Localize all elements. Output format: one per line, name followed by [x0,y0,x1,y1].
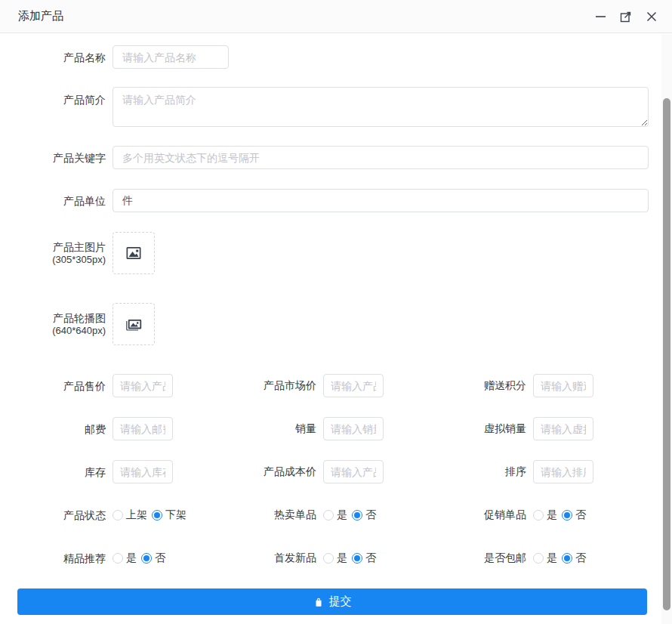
submit-button[interactable]: 提交 [17,588,647,615]
radio-label: 否 [365,551,376,565]
radio-no[interactable]: 否 [141,551,165,565]
virtual-sales-label: 虚拟销量 [384,422,526,436]
new-release-group: 是 否 [323,551,376,565]
sort-label: 排序 [384,465,526,479]
radio-label: 上架 [126,508,147,522]
product-status-group: 上架 下架 [113,508,186,522]
radio-circle [533,510,544,521]
radio-no[interactable]: 否 [352,551,376,565]
promo-item-group: 是 否 [533,508,586,522]
main-image-row: 产品主图片 (305*305px) [0,232,672,274]
close-icon [646,11,657,22]
stock-row: 库存 产品成本价 排序 [0,460,672,483]
gift-points-input[interactable] [533,374,593,397]
radio-no[interactable]: 否 [352,508,376,522]
product-unit-row: 产品单位 [0,189,672,212]
postage-row: 邮费 销量 虚拟销量 [0,417,672,440]
postage-label: 邮费 [0,423,106,435]
market-price-input[interactable] [323,374,384,397]
carousel-image-label-line1: 产品轮播图 [0,312,106,324]
featured-group: 是 否 [113,551,165,565]
radio-no[interactable]: 否 [562,551,586,565]
gift-points-label: 赠送积分 [384,379,526,393]
radio-circle [323,510,334,521]
product-name-input[interactable] [113,45,229,69]
product-status-label: 产品状态 [0,509,106,521]
radio-label: 是 [547,551,557,565]
close-button[interactable] [645,10,658,23]
virtual-sales-input[interactable] [533,417,593,440]
radio-yes[interactable]: 是 [533,551,557,565]
sale-price-label: 产品售价 [0,380,106,392]
radio-circle [562,553,572,564]
form-area: 产品名称 产品简介 产品关键字 产品单位 产品主图片 (305*305px) [0,34,672,624]
featured-label: 精品推荐 [0,552,106,564]
titlebar: 添加产品 [0,0,672,33]
radio-label: 是 [337,508,347,522]
product-name-row: 产品名称 [0,45,672,69]
radio-circle [323,553,334,564]
product-keywords-input[interactable] [113,146,649,169]
sales-input[interactable] [323,417,384,440]
sort-input[interactable] [533,460,593,483]
postage-input[interactable] [113,417,173,440]
stock-input[interactable] [113,460,173,483]
radio-yes[interactable]: 是 [533,508,557,522]
submit-label: 提交 [329,595,352,609]
radio-label: 否 [365,508,376,522]
radio-off-shelf[interactable]: 下架 [152,508,186,522]
radio-yes[interactable]: 是 [323,508,347,522]
product-name-label: 产品名称 [0,51,106,63]
radio-circle [152,510,162,521]
radio-label: 是 [337,551,347,565]
product-keywords-row: 产品关键字 [0,146,672,169]
radio-no[interactable]: 否 [562,508,586,522]
radio-yes[interactable]: 是 [323,551,347,565]
cost-price-input[interactable] [323,460,384,483]
main-image-label-line1: 产品主图片 [0,241,106,253]
radio-label: 是 [547,508,557,522]
main-image-label: 产品主图片 (305*305px) [0,241,106,266]
product-keywords-label: 产品关键字 [0,152,106,164]
window-controls [593,10,658,23]
submit-bag-icon [313,597,324,607]
radio-circle [533,553,544,564]
promo-item-label: 促销单品 [376,508,526,522]
carousel-image-label-line2: (640*640px) [52,325,106,336]
sale-price-input[interactable] [113,374,173,397]
minimize-button[interactable] [593,10,607,23]
main-image-upload[interactable] [113,232,155,274]
product-unit-input[interactable] [113,189,649,212]
radio-label: 否 [155,551,165,565]
carousel-image-label: 产品轮播图 (640*640px) [0,312,106,337]
radio-circle [113,553,123,564]
product-intro-label: 产品简介 [0,87,106,106]
radio-circle [113,510,123,521]
market-price-label: 产品市场价 [173,379,316,393]
image-icon [125,244,143,262]
price-row: 产品售价 产品市场价 赠送积分 [0,374,672,397]
hot-item-group: 是 否 [323,508,376,522]
images-icon [125,315,143,333]
radio-yes[interactable]: 是 [113,551,137,565]
free-shipping-label: 是否包邮 [376,551,526,565]
maximize-button[interactable] [619,10,633,23]
sales-label: 销量 [173,422,316,436]
radio-circle [562,510,572,521]
add-product-dialog: 添加产品 产品名称 产品简介 产品关键字 [0,0,672,624]
product-intro-textarea[interactable] [113,87,649,127]
carousel-image-row: 产品轮播图 (640*640px) [0,303,672,345]
scrollbar-thumb[interactable] [663,98,670,610]
radio-circle [352,553,362,564]
radio-on-shelf[interactable]: 上架 [113,508,147,522]
carousel-image-upload[interactable] [113,303,155,345]
featured-radio-row: 精品推荐 是 否 首发新品 是 否 是否包邮 是 否 [0,546,672,570]
free-shipping-group: 是 否 [533,551,586,565]
radio-label: 是 [126,551,137,565]
main-image-label-line2: (305*305px) [52,254,106,265]
radio-label: 否 [575,551,586,565]
scrollbar[interactable] [661,34,672,624]
new-release-label: 首发新品 [186,551,316,565]
radio-label: 下架 [165,508,186,522]
product-unit-label: 产品单位 [0,195,106,207]
